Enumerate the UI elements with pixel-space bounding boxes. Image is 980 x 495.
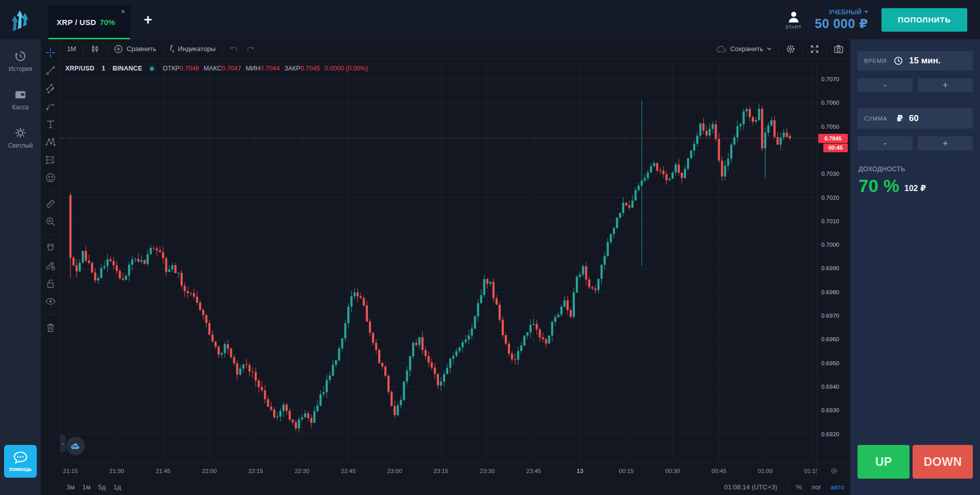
divider	[787, 483, 787, 490]
price-axis-label: 0.7050	[821, 124, 839, 130]
chart-style-button[interactable]	[83, 43, 107, 55]
candlestick-chart[interactable]	[60, 59, 817, 462]
payout-amount: 102 ₽	[904, 183, 926, 195]
price-axis-label: 0.7060	[821, 100, 839, 106]
time-axis-label: 22:30	[295, 468, 309, 474]
interval-button[interactable]: 1M	[60, 43, 83, 55]
main-row: История Касса Светлый	[0, 39, 980, 495]
app-root: XRP / USD 70% ✕ + START УЧЕБНЫЙ 50 000 ₽	[0, 0, 980, 495]
screenshot-button[interactable]	[827, 43, 850, 55]
magnet-tool[interactable]	[43, 241, 58, 255]
time-axis-label: 01:00	[758, 468, 773, 474]
fullscreen-button[interactable]	[803, 43, 826, 55]
sidebar-item-history[interactable]: История	[9, 50, 33, 73]
range-1d-button[interactable]: 1д	[113, 483, 121, 491]
deposit-button[interactable]: ПОПОЛНИТЬ	[881, 8, 967, 32]
time-plus-button[interactable]: +	[918, 78, 973, 92]
redo-button[interactable]	[245, 43, 262, 55]
sidebar: История Касса Светлый	[0, 39, 41, 495]
chart-pane[interactable]: XRP/USD · 1 · BINANCE ОТКР0.7046 МАКС0.7…	[60, 59, 817, 462]
percent-scale-button[interactable]: %	[796, 483, 802, 491]
legend-low-value: 0.7044	[260, 65, 280, 72]
range-3m-button[interactable]: 3м	[66, 483, 75, 491]
time-axis-label: 23:30	[480, 468, 495, 474]
range-1m-button[interactable]: 1м	[82, 483, 90, 491]
pencil-lock-icon	[45, 260, 56, 271]
toolbar-divider	[45, 191, 56, 191]
crosshair-icon	[45, 47, 56, 58]
down-button[interactable]: DOWN	[913, 445, 973, 479]
sidebar-item-theme[interactable]: Светлый	[8, 126, 33, 149]
market-status-icon	[149, 65, 156, 72]
trend-line-tool[interactable]	[43, 63, 58, 78]
brand-logo[interactable]	[0, 0, 41, 39]
time-axis-label: 23:15	[434, 468, 449, 474]
help-button[interactable]: помощь	[4, 445, 37, 478]
legend-close-value: 0.7045	[300, 65, 320, 72]
add-tab-button[interactable]: +	[136, 0, 160, 39]
balance-block[interactable]: УЧЕБНЫЙ 50 000 ₽	[815, 9, 868, 31]
time-minus-button[interactable]: -	[857, 78, 913, 92]
lock-all-tool[interactable]	[43, 276, 58, 291]
range-5d-button[interactable]: 5д	[98, 483, 106, 491]
tab-close-icon[interactable]: ✕	[120, 9, 126, 15]
payout-percent: 70 %	[859, 177, 899, 195]
amount-field[interactable]: СУММА ₽ 60	[857, 108, 973, 129]
tab-payout: 70%	[100, 18, 115, 27]
market-overview-button[interactable]	[66, 437, 85, 455]
fib-tool[interactable]	[43, 81, 58, 96]
chart-settings-button[interactable]	[779, 43, 802, 55]
up-button[interactable]: UP	[857, 445, 910, 479]
avatar-label: START	[786, 25, 801, 30]
remove-all-tool[interactable]	[43, 320, 58, 335]
profile-button[interactable]: START	[786, 10, 801, 30]
price-axis-label: 0.7010	[821, 218, 839, 224]
price-axis[interactable]: 0.7045 00:45 0.70700.70600.70500.70300.7…	[817, 59, 850, 462]
payout-label: ДОХОДНОСТЬ	[859, 166, 973, 173]
camera-icon	[834, 44, 844, 54]
measure-tool[interactable]	[43, 197, 58, 211]
time-axis-label: 01:15	[804, 468, 817, 474]
indicators-button[interactable]: fx Индикаторы	[163, 43, 222, 55]
collapse-panel-handle[interactable]: ‹	[60, 435, 66, 452]
sidebar-item-label: История	[9, 65, 33, 73]
time-field-label: ВРЕМЯ	[864, 58, 894, 64]
price-axis-label: 0.6960	[821, 336, 839, 342]
redo-icon	[246, 44, 255, 54]
account-type-dropdown[interactable]: УЧЕБНЫЙ	[829, 9, 868, 16]
log-scale-button[interactable]: лог	[811, 483, 821, 491]
amount-minus-button[interactable]: -	[857, 136, 913, 150]
asset-tab[interactable]: XRP / USD 70% ✕	[48, 5, 130, 39]
legend-symbol: XRP/USD	[65, 65, 94, 72]
time-axis[interactable]: 21:1521:3021:4522:0022:1522:3022:4523:00…	[60, 462, 817, 479]
trash-icon	[45, 322, 56, 333]
sidebar-item-cashier[interactable]: Касса	[12, 88, 29, 111]
compare-label: Сравнить	[127, 45, 156, 53]
xabcd-pattern-icon	[45, 136, 56, 148]
text-tool[interactable]	[43, 117, 58, 131]
zoom-in-tool[interactable]	[43, 215, 58, 229]
pattern-tool[interactable]	[43, 135, 58, 149]
tab-symbol: XRP / USD	[57, 18, 96, 27]
auto-scale-button[interactable]: авто	[830, 483, 844, 491]
brush-tool[interactable]	[43, 99, 58, 113]
time-axis-label: 21:45	[156, 468, 170, 474]
fullscreen-icon	[810, 44, 820, 54]
save-layout-button[interactable]: Сохранить	[708, 43, 778, 55]
compare-button[interactable]: Сравнить	[107, 43, 163, 55]
drawing-mode-tool[interactable]	[43, 258, 58, 273]
toolbar-divider	[45, 314, 56, 315]
emoji-tool[interactable]	[43, 171, 58, 185]
axis-settings-corner[interactable]	[817, 462, 850, 479]
time-field[interactable]: ВРЕМЯ 15 мин.	[857, 51, 973, 70]
forecast-tool[interactable]	[43, 153, 58, 167]
legend-exchange: BINANCE	[112, 65, 142, 72]
chevron-down-icon	[767, 47, 772, 51]
clock-utc-label[interactable]: 01:08:14 (UTC+3)	[724, 483, 777, 491]
hide-all-tool[interactable]	[43, 294, 58, 309]
indicators-label: Индикаторы	[178, 45, 215, 53]
chart-legend[interactable]: XRP/USD · 1 · BINANCE ОТКР0.7046 МАКС0.7…	[65, 65, 368, 72]
undo-button[interactable]	[223, 43, 245, 55]
amount-plus-button[interactable]: +	[918, 136, 973, 150]
crosshair-tool[interactable]	[43, 45, 58, 60]
